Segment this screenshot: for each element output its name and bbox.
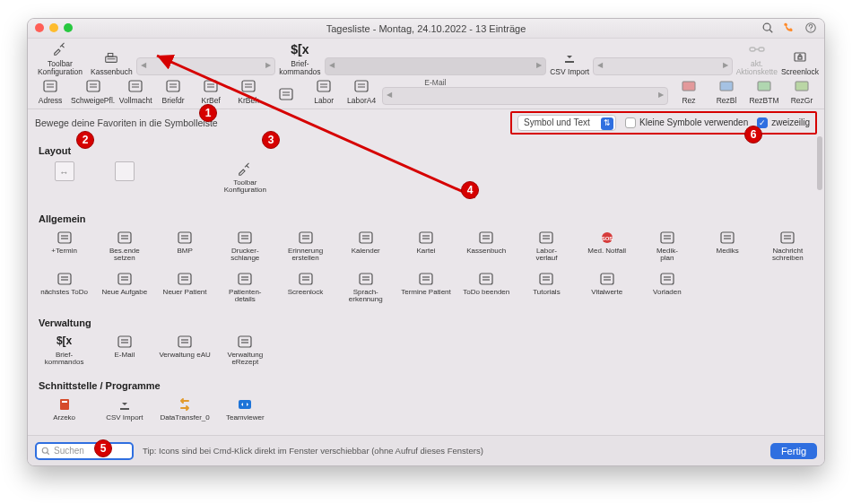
help-icon[interactable] [804,22,817,34]
toolbar-small-button[interactable]: SchweigePfl. [71,77,115,105]
rez-button[interactable]: Rez [672,77,706,105]
search-icon[interactable] [761,22,774,34]
palette-item-label: Brief- kommandos [45,352,84,367]
screenlock-button[interactable]: Screenlock [781,48,819,76]
palette-item[interactable]: Sprach- erkennung [336,269,395,308]
palette-item-label: DataTransfer_0 [160,414,209,421]
palette-item[interactable]: Erinnerung erstellen [276,228,335,267]
palette-item-label: Arzeko [53,414,75,421]
item-icon [176,271,194,287]
aktionskette-label: akt. Aktionskette [736,60,778,75]
palette-item[interactable]: Neuer Patient [155,269,213,308]
palette-item[interactable]: Arzeko [35,395,93,434]
palette-item[interactable]: Teamviewer [216,395,274,434]
svg-rect-5 [109,53,113,56]
toolbar-small-button[interactable]: Briefdr [156,77,190,105]
palette-item[interactable]: nächstes ToDo [35,269,93,308]
phone-icon[interactable] [783,22,795,34]
layout-toolbar-config[interactable]: Toolbar Konfiguration [216,160,274,204]
minimize-icon[interactable] [49,23,58,32]
palette-item[interactable]: Kalender [336,228,395,267]
svg-rect-115 [661,274,674,284]
kassenbuch-button[interactable]: Kassenbuch [91,48,133,76]
palette-item[interactable]: Vitalwerte [578,269,636,308]
small-icons-label: Kleine Symbole verwenden [639,117,748,127]
palette-item[interactable]: Nachricht schreiben [759,228,817,267]
rez-button[interactable]: RezBl [709,77,743,105]
rez-button[interactable]: RezGr [785,77,819,105]
palette-item[interactable]: SOSMed. Notfall [578,228,636,267]
toolbar-small-button[interactable]: Adress [33,77,67,105]
rez-icon [677,77,700,95]
toolbar-small-button[interactable] [269,85,303,105]
toolbar-small-label: LaborA4 [347,97,376,105]
toolbar-drop-well-mid[interactable]: ◀ E-Mail ▶ [325,57,547,75]
svg-point-0 [763,23,770,30]
svg-rect-118 [118,336,131,347]
twoline-checkbox[interactable]: ✓ zweizeilig [757,117,810,128]
doc-icon [124,77,147,95]
briefkommandos-button[interactable]: $[x Brief- kommandos [279,40,320,75]
section-allgemein-title: Allgemein [39,213,817,224]
display-mode-select[interactable]: Symbol und Text ⇅ [517,115,616,131]
annotation-marker-1: 1 [199,104,217,122]
palette-item[interactable]: Verwaltung eRezept [216,332,274,371]
palette-item[interactable]: ToDo beenden [457,269,516,308]
palette-item[interactable]: +Termin [35,228,93,267]
annotation-marker-4: 4 [461,181,479,199]
toolbar-small-button[interactable]: KrBeh [231,77,265,105]
palette-item-label: Drucker- schlange [230,248,259,263]
item-icon [176,396,194,413]
palette-item-label: +Termin [51,248,77,255]
svg-rect-85 [58,274,71,284]
display-options-box: Symbol und Text ⇅ Kleine Symbole verwend… [510,111,817,135]
toolbar-drop-well-right[interactable]: ◀▶ [593,57,733,75]
svg-rect-62 [360,232,372,243]
svg-rect-71 [540,232,552,243]
palette-item[interactable]: $[xBrief- kommandos [35,332,93,371]
done-button[interactable]: Fertig [770,443,817,459]
palette-item[interactable]: Drucker- schlange [216,228,274,267]
toolbar-drop-well-left[interactable]: ◀▶ [136,57,276,75]
palette-item[interactable]: DataTransfer_0 [155,395,213,434]
svg-rect-8 [759,48,764,51]
item-icon [417,230,435,246]
window-controls[interactable] [35,23,73,32]
palette-item[interactable]: Vorladen [638,269,696,308]
toolbar-drop-well-row2[interactable]: ◀▶ [382,87,668,105]
close-icon[interactable] [35,23,44,32]
palette-item[interactable]: BMP [155,228,213,267]
palette-item[interactable]: Tutorials [517,269,576,308]
palette-item[interactable]: CSV Import [95,395,153,434]
rez-button[interactable]: RezBTM [747,77,781,105]
item-icon [297,271,315,287]
search-input[interactable]: Suchen [35,442,134,460]
svg-rect-76 [661,232,674,243]
toolbar-config-button[interactable]: Toolbar Konfiguration [33,40,87,75]
csv-import-button[interactable]: CSV Import [550,48,589,76]
palette-item[interactable]: Kassenbuch [457,228,516,267]
palette-item[interactable]: Verwaltung eAU [155,332,213,371]
palette-item-label: Screenlock [288,289,324,296]
toolbar-small-button[interactable]: Vollmacht [118,77,152,105]
palette-item-label: Vorladen [653,289,682,296]
toolbar-small-button[interactable]: KrBef [194,77,228,105]
vertical-scrollbar[interactable] [816,135,823,436]
verwaltung-grid: $[xBrief- kommandosE-MailVerwaltung eAUV… [35,332,817,371]
drag-instruction-label: Bewege deine Favoriten in die Symbolleis… [35,117,218,128]
palette-item[interactable]: Kartei [396,228,455,267]
layout-fixed-space[interactable] [95,160,153,204]
palette-item[interactable]: Bes.ende setzen [95,228,153,267]
palette-item[interactable]: E-Mail [95,332,153,371]
palette-item[interactable]: Patienten- details [216,269,274,308]
palette-item[interactable]: Medik- plan [638,228,696,267]
aktionskette-button[interactable]: akt. Aktionskette [736,40,778,75]
palette-item[interactable]: Labor- verlauf [517,228,576,267]
palette-item[interactable]: Screenlock [276,269,335,308]
small-icons-checkbox[interactable]: Kleine Symbole verwenden [625,117,748,128]
zoom-icon[interactable] [64,23,73,32]
palette-item[interactable]: Neue Aufgabe [95,269,153,308]
palette-item[interactable]: Termine Patient [396,269,455,308]
layout-flex-space[interactable] [35,160,93,204]
palette-item[interactable]: Mediks [699,228,757,267]
